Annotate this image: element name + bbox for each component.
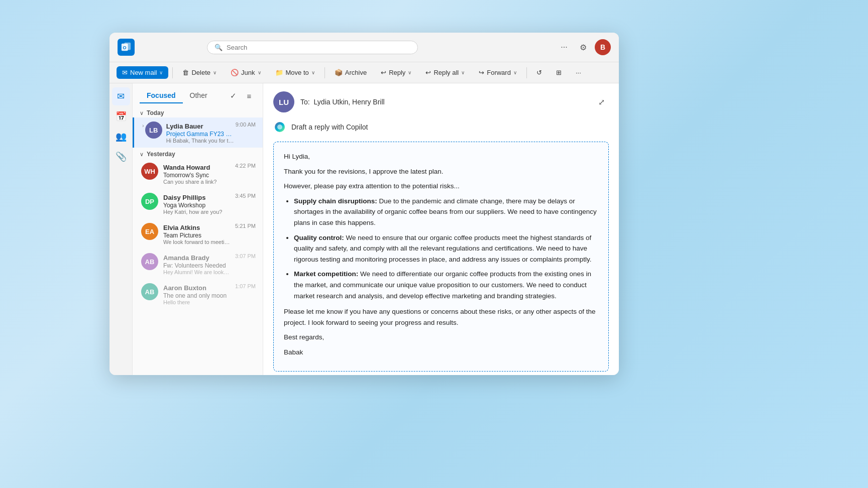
mail-reading-pane: LU To: Lydia Utkin, Henry Brill ⤢	[263, 83, 619, 375]
mail-sender: Daisy Phillips	[163, 194, 206, 201]
mail-subject: Project Gamma FY23 Planni	[166, 131, 236, 138]
calendar-icon: 📅	[116, 111, 127, 122]
new-mail-button[interactable]: ✉ New mail ∨	[117, 66, 168, 79]
sidebar-item-people[interactable]: 👥	[112, 128, 130, 146]
main-window: O 🔍 ··· ⚙ B ✉ New mail ∨ 🗑	[110, 33, 619, 375]
search-container: 🔍	[207, 41, 418, 54]
reply-all-button[interactable]: ↩ Reply all ∨	[420, 66, 470, 79]
draft-bullets-list: Supply chain disruptions: Due to the pan…	[294, 196, 598, 301]
mail-time: 1:07 PM	[235, 283, 256, 289]
undo-button[interactable]: ↺	[531, 66, 548, 79]
draft-para2: However, please pay extra attention to t…	[284, 181, 598, 192]
mail-item[interactable]: WH Wanda Howard Tomorrow's Sync Can you …	[133, 159, 263, 189]
mail-sender: Aaron Buxton	[163, 284, 206, 292]
new-mail-label: New mail	[130, 69, 157, 76]
toolbar-more-button[interactable]: ···	[570, 66, 587, 79]
sidebar-item-calendar[interactable]: 📅	[112, 107, 130, 126]
mail-item-right: 3:07 PM	[235, 253, 256, 259]
new-mail-chevron-icon: ∨	[159, 70, 163, 75]
junk-chevron-icon: ∨	[258, 70, 261, 75]
draft-bullet-2: Quality control: We need to ensure that …	[294, 232, 598, 265]
new-mail-icon: ✉	[122, 69, 128, 76]
recipient-row: LU To: Lydia Utkin, Henry Brill ⤢	[273, 91, 609, 112]
mail-item-right: 5:21 PM	[235, 223, 256, 229]
avatar: WH	[141, 163, 158, 180]
mail-preview: Hello there	[163, 299, 230, 305]
tab-other[interactable]: Other	[183, 88, 214, 103]
draft-bullet-1: Supply chain disruptions: Due to the pan…	[294, 196, 598, 228]
grid-view-button[interactable]: ⊞	[551, 66, 567, 79]
forward-button[interactable]: ↪ Forward ∨	[473, 66, 522, 79]
move-to-button[interactable]: 📁 Move to ∨	[270, 66, 320, 79]
mark-read-button[interactable]: ✓	[227, 89, 240, 102]
paperclip-icon: 📎	[116, 151, 127, 162]
copilot-label: Draft a reply with Copilot	[291, 123, 368, 131]
avatar: DP	[141, 193, 158, 210]
toolbar: ✉ New mail ∨ 🗑 Delete ∨ 🚫 Junk ∨ 📁 Move …	[110, 62, 619, 83]
delete-label: Delete	[191, 69, 210, 76]
draft-greeting: Hi Lydia,	[284, 151, 598, 162]
search-icon: 🔍	[214, 44, 223, 51]
toolbar-divider-1	[172, 67, 173, 78]
recipient-to-label: To: Lydia Utkin, Henry Brill	[300, 98, 385, 106]
copilot-icon	[273, 120, 286, 134]
mail-preview: We look forward to meeting	[163, 239, 230, 245]
mail-item[interactable]: AB Amanda Brady Fw: Volunteers Needed He…	[133, 249, 263, 279]
junk-button[interactable]: 🚫 Junk ∨	[225, 66, 266, 79]
archive-label: Archive	[345, 69, 367, 76]
mail-time: 5:21 PM	[235, 223, 256, 229]
reply-all-icon: ↩	[425, 69, 431, 76]
archive-button[interactable]: 📦 Archive	[329, 66, 372, 79]
forward-icon: ↪	[479, 69, 484, 76]
ellipsis-icon: ···	[561, 43, 567, 52]
avatar: AB	[141, 253, 158, 270]
settings-icon: ⚙	[580, 43, 587, 52]
mail-item-right: 1:07 PM	[235, 283, 256, 289]
toolbar-divider-2	[324, 67, 325, 78]
mail-sender: Wanda Howard	[163, 164, 210, 171]
mail-preview: Hey Katri, how are you?	[163, 209, 230, 215]
move-to-chevron-icon: ∨	[311, 70, 315, 75]
to-label: To:	[300, 98, 310, 106]
yesterday-label: Yesterday	[147, 151, 175, 158]
sidebar-item-mail[interactable]: ✉	[112, 87, 130, 105]
mail-preview: Can you share a link?	[163, 179, 230, 185]
draft-bullet-3: Market competition: We need to different…	[294, 269, 598, 301]
search-input[interactable]	[227, 44, 410, 51]
mail-item[interactable]: › LB Lydia Bauer Project Gamma FY23 Plan…	[133, 117, 263, 148]
mail-list-panel: Focused Other ✓ ≡ ∨ Today	[133, 83, 263, 375]
mail-subject: Team Pictures	[163, 232, 230, 239]
mail-item[interactable]: EA Elvia Atkins Team Pictures We look fo…	[133, 219, 263, 249]
expand-thread-icon[interactable]: ›	[141, 121, 145, 130]
delete-button[interactable]: 🗑 Delete ∨	[177, 66, 222, 79]
mail-time: 4:22 PM	[235, 163, 256, 169]
junk-label: Junk	[241, 69, 255, 76]
sidebar-item-files[interactable]: 📎	[112, 148, 130, 166]
tab-focused[interactable]: Focused	[140, 88, 183, 103]
more-options-button[interactable]: ···	[557, 40, 572, 55]
top-bar: O 🔍 ··· ⚙ B	[110, 33, 619, 62]
draft-para1: Thank you for the revisions, I approve t…	[284, 166, 598, 177]
mail-item[interactable]: AB Aaron Buxton The one and only moon He…	[133, 279, 263, 309]
svg-point-4	[277, 125, 282, 130]
yesterday-chevron-icon[interactable]: ∨	[140, 151, 144, 158]
mail-item-right: 9:00 AM	[236, 121, 256, 128]
settings-button[interactable]: ⚙	[576, 40, 591, 55]
user-avatar-button[interactable]: B	[595, 39, 611, 55]
today-label: Today	[147, 109, 164, 116]
today-chevron-icon[interactable]: ∨	[140, 110, 144, 116]
mail-sender: Amanda Brady	[163, 254, 209, 262]
recipient-info: To: Lydia Utkin, Henry Brill	[300, 97, 385, 106]
delete-icon: 🗑	[182, 69, 189, 76]
mail-preview: Hi Babak, Thank you for taking the	[166, 138, 236, 144]
reply-button[interactable]: ↩ Reply ∨	[375, 66, 417, 79]
svg-text:O: O	[123, 45, 127, 50]
reply-icon: ↩	[381, 69, 386, 76]
mail-item[interactable]: DP Daisy Phillips Yoga Workshop Hey Katr…	[133, 189, 263, 219]
today-group-header: ∨ Today	[133, 106, 263, 117]
expand-mail-button[interactable]: ⤢	[594, 94, 609, 109]
reply-all-chevron-icon: ∨	[461, 70, 465, 75]
move-to-icon: 📁	[275, 69, 283, 76]
filter-button[interactable]: ≡	[243, 89, 256, 102]
outlook-logo: O	[118, 39, 135, 56]
